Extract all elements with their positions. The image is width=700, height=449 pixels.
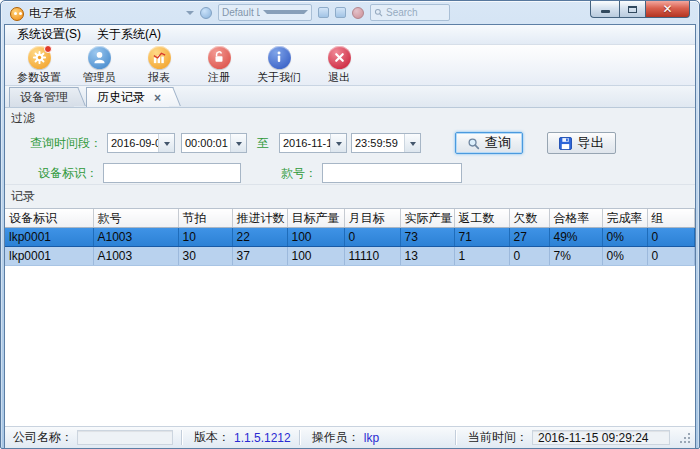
toolbar-item-label: 参数设置 bbox=[17, 70, 61, 85]
cell: 0 bbox=[647, 228, 695, 247]
minimize-icon bbox=[601, 10, 610, 13]
titlebar[interactable]: 电子看板 Default Layout Search ✕ bbox=[4, 1, 696, 24]
cell: lkp0001 bbox=[5, 228, 93, 247]
cell: 100 bbox=[287, 228, 344, 247]
cell: 100 bbox=[287, 247, 344, 266]
load-layout-icon[interactable] bbox=[335, 7, 346, 18]
toolbar-item-label: 关于我们 bbox=[257, 70, 301, 85]
cell: 0% bbox=[602, 228, 647, 247]
gear-icon bbox=[28, 46, 51, 69]
save-icon bbox=[559, 137, 572, 150]
column-header[interactable]: 合格率 bbox=[549, 209, 602, 228]
toolbar-exit[interactable]: 退出 bbox=[309, 46, 369, 84]
style-no-input[interactable] bbox=[322, 163, 462, 183]
cell: 0 bbox=[647, 247, 695, 266]
chevron-down-icon[interactable] bbox=[186, 11, 194, 19]
column-header[interactable]: 组 bbox=[647, 209, 695, 228]
date-to-picker[interactable]: 2016-11-15 bbox=[279, 133, 347, 153]
table-row[interactable]: lkp0001 A1003 10 22 100 0 73 71 27 49% 0 bbox=[5, 228, 695, 247]
cell: 49% bbox=[549, 228, 602, 247]
table-row[interactable]: lkp0001 A1003 30 37 100 11110 13 1 0 7% bbox=[5, 247, 695, 266]
tab-device-management[interactable]: 设备管理 bbox=[9, 87, 74, 107]
toolbar-about-us[interactable]: 关于我们 bbox=[249, 46, 309, 84]
tab-label: 设备管理 bbox=[20, 89, 68, 106]
quick-access-toolbar: Default Layout Search bbox=[186, 4, 450, 21]
maximize-button[interactable] bbox=[619, 1, 646, 18]
column-header[interactable]: 欠数 bbox=[509, 209, 549, 228]
operator-label: 操作员： bbox=[312, 429, 360, 446]
export-button-label: 导出 bbox=[577, 134, 604, 152]
layout-combo[interactable]: Default Layout bbox=[218, 4, 312, 21]
user-icon bbox=[88, 46, 111, 69]
time-to-picker[interactable]: 23:59:59 bbox=[351, 133, 421, 153]
chevron-down-icon[interactable] bbox=[158, 134, 174, 152]
maximize-icon bbox=[628, 6, 637, 13]
date-from-picker[interactable]: 2016-09-01 bbox=[107, 133, 175, 153]
toolbar-administrator[interactable]: 管理员 bbox=[69, 46, 129, 84]
statusbar-divider bbox=[181, 430, 182, 445]
app-window: 电子看板 Default Layout Search ✕ 系统设置(S) bbox=[0, 0, 700, 449]
records-group-label: 记录 bbox=[5, 185, 695, 208]
filter-buttons: 查询 导出 bbox=[455, 132, 616, 154]
filter-row-keys: 设备标识： 款号： bbox=[38, 162, 695, 184]
column-header[interactable]: 实际产量 bbox=[400, 209, 454, 228]
window-title: 电子看板 bbox=[29, 5, 77, 22]
menu-about-system[interactable]: 关于系统(A) bbox=[89, 25, 169, 44]
cell: 71 bbox=[454, 228, 509, 247]
statusbar-divider bbox=[299, 430, 300, 445]
unlock-icon bbox=[208, 46, 231, 69]
export-button[interactable]: 导出 bbox=[547, 132, 616, 154]
records-grid: 设备标识 款号 节拍 推进计数 目标产量 月目标 实际产量 返工数 欠数 合格率 bbox=[5, 208, 695, 426]
layout-icon[interactable] bbox=[200, 7, 212, 19]
close-button[interactable]: ✕ bbox=[646, 1, 690, 18]
cell: 73 bbox=[400, 228, 454, 247]
tab-close-icon[interactable]: × bbox=[152, 92, 163, 104]
column-header[interactable]: 月目标 bbox=[344, 209, 400, 228]
history-records-page: 过滤 查询时间段： 2016-09-01 00:00:01 至 2016-11-… bbox=[5, 108, 695, 426]
chevron-down-icon[interactable] bbox=[404, 134, 420, 152]
chevron-down-icon[interactable] bbox=[330, 134, 346, 152]
toolbar-item-label: 报表 bbox=[148, 70, 170, 85]
toolbar-register[interactable]: 注册 bbox=[189, 46, 249, 84]
tab-history-records[interactable]: 历史记录 × bbox=[86, 87, 169, 107]
device-id-input[interactable] bbox=[103, 163, 241, 183]
toolbar-reports[interactable]: 报表 bbox=[129, 46, 189, 84]
close-icon: ✕ bbox=[662, 3, 672, 15]
exit-icon bbox=[328, 46, 351, 69]
column-header[interactable]: 返工数 bbox=[454, 209, 509, 228]
menu-system-settings[interactable]: 系统设置(S) bbox=[9, 25, 89, 44]
column-header[interactable]: 设备标识 bbox=[5, 209, 93, 228]
company-name-label: 公司名称： bbox=[13, 429, 73, 446]
time-to-value: 23:59:59 bbox=[352, 137, 404, 149]
cell: A1003 bbox=[93, 247, 178, 266]
chevron-down-icon bbox=[263, 10, 309, 18]
statusbar-divider bbox=[455, 430, 456, 445]
cell: 7% bbox=[549, 247, 602, 266]
column-header[interactable]: 款号 bbox=[93, 209, 178, 228]
time-from-picker[interactable]: 00:00:01 bbox=[181, 133, 247, 153]
cell: 1 bbox=[454, 247, 509, 266]
query-button[interactable]: 查询 bbox=[455, 132, 524, 154]
titlebar-search-input[interactable]: Search bbox=[370, 4, 450, 21]
company-name-value bbox=[77, 430, 173, 445]
filter-row-time: 查询时间段： 2016-09-01 00:00:01 至 2016-11-15 bbox=[30, 132, 695, 154]
column-header[interactable]: 推进计数 bbox=[232, 209, 287, 228]
column-header[interactable]: 完成率 bbox=[602, 209, 647, 228]
layout-combo-value: Default Layout bbox=[222, 7, 260, 18]
record-icon[interactable] bbox=[352, 7, 364, 19]
chevron-down-icon[interactable] bbox=[230, 134, 246, 152]
save-layout-icon[interactable] bbox=[318, 7, 329, 18]
resize-grip-icon[interactable] bbox=[678, 431, 691, 444]
filter-group: 过滤 查询时间段： 2016-09-01 00:00:01 至 2016-11-… bbox=[5, 108, 695, 185]
cell: 0 bbox=[509, 247, 549, 266]
menubar: 系统设置(S) 关于系统(A) bbox=[5, 25, 695, 45]
date-from-value: 2016-09-01 bbox=[108, 137, 158, 149]
column-header[interactable]: 目标产量 bbox=[287, 209, 344, 228]
info-icon bbox=[268, 46, 291, 69]
column-header[interactable]: 节拍 bbox=[178, 209, 232, 228]
minimize-button[interactable] bbox=[590, 1, 619, 18]
time-range-label: 查询时间段： bbox=[30, 135, 102, 152]
toolbar-parameter-settings[interactable]: 参数设置 bbox=[9, 46, 69, 84]
cell: 0% bbox=[602, 247, 647, 266]
cell: 27 bbox=[509, 228, 549, 247]
